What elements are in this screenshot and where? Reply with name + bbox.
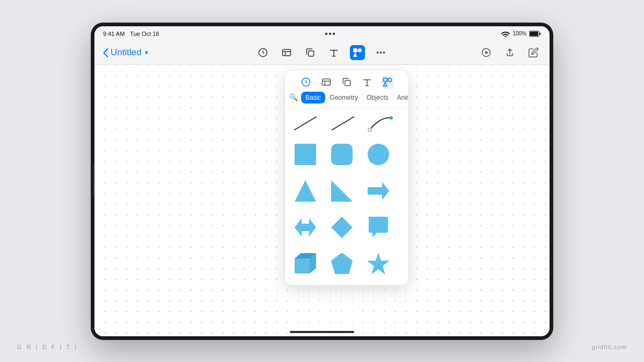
text-tool-icon[interactable] <box>326 45 341 60</box>
svg-marker-31 <box>295 218 316 237</box>
svg-rect-14 <box>323 79 331 85</box>
svg-rect-33 <box>295 258 310 274</box>
straight-line-item[interactable] <box>289 113 321 134</box>
back-button[interactable] <box>103 48 108 57</box>
ipad-frame: 9:41 AM Tue Oct 18 100% <box>91 23 553 339</box>
panel-layers-icon[interactable] <box>340 76 353 88</box>
shapes-row-4 <box>285 246 408 285</box>
shape-pentagon[interactable] <box>326 248 358 280</box>
shape-diamond[interactable] <box>326 211 358 243</box>
svg-marker-20 <box>384 82 387 86</box>
panel-pen-icon[interactable] <box>299 76 312 88</box>
angled-line-item[interactable] <box>327 113 359 134</box>
shapes-row-1 <box>285 136 408 173</box>
svg-marker-30 <box>368 182 389 200</box>
shape-circle[interactable] <box>362 138 394 171</box>
tab-basic[interactable]: Basic <box>301 92 325 104</box>
panel-text-icon[interactable] <box>361 76 374 88</box>
dot-3 <box>333 33 335 35</box>
svg-marker-37 <box>367 253 390 275</box>
nav-left: Untitled ▾ <box>103 47 148 58</box>
panel-tabs: 🔍 Basic Geometry Objects Animals N... <box>285 92 408 108</box>
three-dots-icon: ••• <box>376 48 386 57</box>
more-options-button[interactable]: ••• <box>374 45 389 60</box>
pen-tool-icon[interactable] <box>255 45 270 60</box>
tab-animals[interactable]: Animals <box>393 92 408 104</box>
shape-cube[interactable] <box>289 248 321 280</box>
shapes-panel: 🔍 Basic Geometry Objects Animals N... <box>285 70 408 285</box>
dot-1 <box>325 33 327 35</box>
svg-rect-25 <box>295 144 316 165</box>
shapes-tool-icon[interactable] <box>350 45 365 60</box>
canvas-area[interactable]: 🔍 Basic Geometry Objects Animals N... <box>94 65 550 336</box>
panel-shapes-icon[interactable] <box>381 76 394 88</box>
home-indicator <box>290 331 354 333</box>
shape-triangle[interactable] <box>289 175 321 207</box>
layers-tool-icon[interactable] <box>303 45 318 60</box>
svg-marker-32 <box>331 217 353 238</box>
svg-point-19 <box>388 78 392 82</box>
shape-square[interactable] <box>289 138 321 171</box>
tab-geometry[interactable]: Geometry <box>325 92 362 104</box>
svg-marker-12 <box>485 51 488 55</box>
svg-rect-18 <box>384 78 387 82</box>
panel-toolbar <box>285 70 408 92</box>
edit-button[interactable] <box>526 45 541 60</box>
title-dropdown-icon[interactable]: ▾ <box>145 49 148 56</box>
nav-right-actions <box>479 45 541 60</box>
time-display: 9:41 AM <box>103 31 125 37</box>
svg-marker-10 <box>354 53 357 57</box>
shapes-row-3 <box>285 209 408 246</box>
panel-search-icon[interactable]: 🔍 <box>289 93 298 101</box>
battery-display: 100% <box>513 31 526 36</box>
status-bar-center <box>325 33 335 35</box>
shapes-row-2 <box>285 173 408 209</box>
status-bar-right: 100% <box>501 31 541 37</box>
watermark-right: gridfiti.com <box>592 344 627 350</box>
share-button[interactable] <box>502 45 517 60</box>
lines-row <box>285 108 408 136</box>
watermark-left: G R I D F I T I <box>17 344 78 350</box>
shape-rounded-rect[interactable] <box>326 138 358 171</box>
svg-line-22 <box>332 117 354 130</box>
status-bar: 9:41 AM Tue Oct 18 100% <box>94 26 550 41</box>
back-chevron-icon <box>103 48 108 57</box>
svg-point-9 <box>358 49 362 53</box>
svg-rect-4 <box>283 49 291 56</box>
dot-2 <box>329 33 331 35</box>
play-button[interactable] <box>479 45 494 60</box>
svg-marker-29 <box>331 180 353 202</box>
status-bar-left: 9:41 AM Tue Oct 18 <box>103 31 159 37</box>
svg-rect-17 <box>345 80 350 85</box>
table-tool-icon[interactable] <box>279 45 294 60</box>
nav-bar: Untitled ▾ <box>94 41 550 65</box>
wifi-icon <box>501 31 510 37</box>
date-display: Tue Oct 18 <box>130 31 159 37</box>
svg-marker-36 <box>331 253 353 274</box>
svg-point-24 <box>368 128 371 131</box>
panel-table-icon[interactable] <box>320 76 333 88</box>
shape-arrow[interactable] <box>362 175 394 207</box>
svg-rect-7 <box>309 51 314 56</box>
svg-point-27 <box>368 144 389 165</box>
shape-speech-bubble[interactable] <box>362 211 394 243</box>
svg-rect-26 <box>331 144 353 165</box>
svg-rect-2 <box>530 32 538 36</box>
ipad-screen: 9:41 AM Tue Oct 18 100% <box>94 26 550 336</box>
svg-rect-8 <box>354 49 357 53</box>
shape-right-triangle[interactable] <box>326 175 358 207</box>
svg-rect-1 <box>539 33 540 35</box>
tab-objects[interactable]: Objects <box>362 92 393 104</box>
svg-marker-28 <box>295 180 316 202</box>
curved-line-item[interactable] <box>364 113 397 134</box>
document-title[interactable]: Untitled <box>111 47 142 58</box>
nav-center-toolbar: ••• <box>255 45 389 60</box>
shape-star[interactable] <box>362 248 394 280</box>
battery-icon <box>529 31 541 37</box>
shape-double-arrow[interactable] <box>289 211 321 243</box>
svg-point-23 <box>390 116 393 120</box>
svg-line-21 <box>295 117 316 130</box>
